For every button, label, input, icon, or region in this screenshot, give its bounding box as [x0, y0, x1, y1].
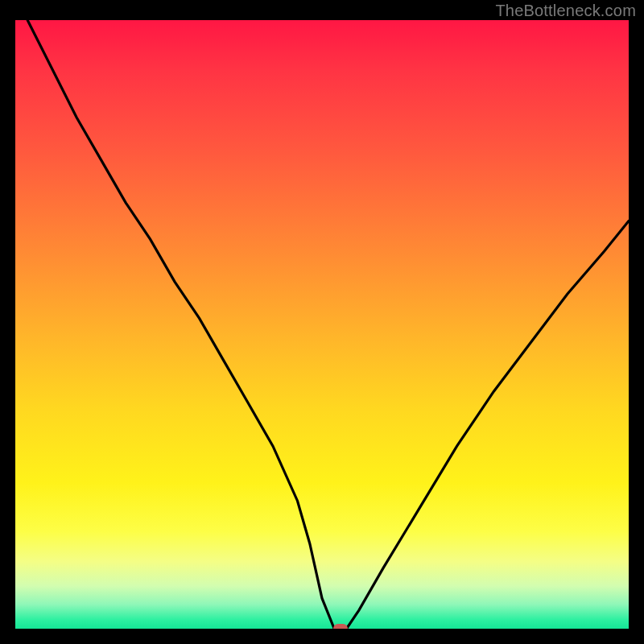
curve-path — [27, 20, 629, 629]
optimal-point-marker — [333, 624, 348, 629]
chart-frame: TheBottleneck.com — [0, 0, 644, 644]
bottleneck-curve — [15, 20, 629, 629]
plot-area — [15, 20, 629, 629]
watermark-text: TheBottleneck.com — [495, 2, 636, 20]
